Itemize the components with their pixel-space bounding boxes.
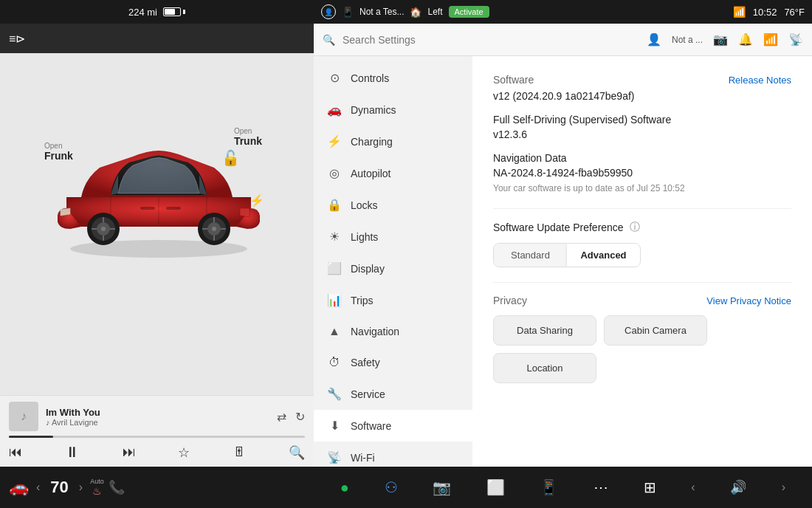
search-music-icon[interactable]: 🔍 <box>289 444 305 461</box>
sidebar-item-controls[interactable]: ⊙ Controls <box>314 62 472 94</box>
home-icon-top: 🏠 <box>410 7 422 18</box>
auto-label: Auto <box>90 478 104 485</box>
bell-icon[interactable]: 🔔 <box>738 32 753 47</box>
favorite-button[interactable]: ☆ <box>178 444 190 461</box>
taskbar-left: 🚗 ‹ 70 › Auto ♨ 📞 <box>9 478 323 497</box>
location-button[interactable]: Location <box>493 353 596 383</box>
camera-taskbar-icon[interactable]: 📷 <box>433 478 451 496</box>
search-input[interactable] <box>343 34 639 46</box>
sidebar-item-trips[interactable]: 📊 Trips <box>314 284 472 316</box>
phone-green-icon[interactable]: 📱 <box>540 478 558 496</box>
music-bottom-controls: ⏮ ⏸ ⏭ ☆ 🎚 🔍 <box>9 444 305 461</box>
dots-icon[interactable]: ⋯ <box>593 478 608 496</box>
taskbar-car-icon[interactable]: 🚗 <box>9 478 29 497</box>
taskbar-nav-left[interactable]: ‹ <box>691 481 695 494</box>
spotify-icon[interactable]: ● <box>340 479 349 496</box>
taskbar-chevron-left[interactable]: ‹ <box>29 481 47 494</box>
trips-icon: 📊 <box>327 293 342 307</box>
volume-icon[interactable]: 🔊 <box>730 479 746 495</box>
sidebar-item-navigation[interactable]: ▲ Navigation <box>314 316 472 347</box>
camera-icon[interactable]: 📷 <box>713 32 728 47</box>
profile-name-settings: Not a ... <box>672 35 703 45</box>
wifi-icon-settings[interactable]: 📡 <box>788 32 803 47</box>
grid-icon[interactable]: ⊞ <box>644 478 656 496</box>
software-label: Software <box>351 420 391 432</box>
service-icon: 🔧 <box>327 387 342 401</box>
repeat-icon[interactable]: ↻ <box>295 410 305 424</box>
navigation-icon: ▲ <box>327 325 342 338</box>
advanced-toggle[interactable]: Advanced <box>567 244 640 267</box>
wifi-nav-icon: 📡 <box>327 450 342 464</box>
time-temp-display: 📶 10:52 76°F <box>733 6 805 18</box>
up-to-date-text: Your car software is up to date as of Ju… <box>493 183 791 193</box>
privacy-title: Privacy <box>493 295 527 306</box>
bluetooth-icon[interactable]: 📶 <box>763 32 778 47</box>
sidebar-item-locks[interactable]: 🔒 Locks <box>314 189 472 221</box>
music-controls-right: ⇄ ↻ <box>277 410 305 424</box>
controls-icon: ⊙ <box>327 71 342 85</box>
mileage-display: 224 mi <box>128 7 157 18</box>
equalizer-icon[interactable]: 🎚 <box>233 444 246 460</box>
top-status-bar: 224 mi 👤 📱 Not a Tes... 🏠 Left Activate … <box>0 0 812 24</box>
app-icon-green[interactable]: ⬜ <box>486 478 505 496</box>
nav-data-title: Navigation Data <box>493 152 791 164</box>
release-notes-link[interactable]: Release Notes <box>729 75 791 86</box>
dynamics-icon: 🚗 <box>327 103 342 117</box>
music-info: Im With You ♪ Avril Lavigne <box>46 407 269 427</box>
previous-button[interactable]: ⏮ <box>9 444 22 460</box>
progress-bar[interactable] <box>9 436 305 438</box>
autopilot-icon: ◎ <box>327 166 342 180</box>
info-icon[interactable]: ⓘ <box>630 221 640 234</box>
navigation-label: Navigation <box>351 326 399 337</box>
sidebar-item-service[interactable]: 🔧 Service <box>314 378 472 410</box>
car-panel-top-bar: ≡⊳ <box>0 24 314 53</box>
battery-icon <box>163 7 185 16</box>
profile-icon-settings[interactable]: 👤 <box>647 32 661 47</box>
sidebar-item-dynamics[interactable]: 🚗 Dynamics <box>314 94 472 126</box>
next-button[interactable]: ⏭ <box>123 444 136 460</box>
cabin-camera-button[interactable]: Cabin Camera <box>604 315 707 346</box>
shuffle-icon[interactable]: ⇄ <box>277 410 286 424</box>
sidebar-item-lights[interactable]: ☀ Lights <box>314 221 472 253</box>
update-toggle-group[interactable]: Standard Advanced <box>493 243 641 267</box>
software-settings-main: Software Release Notes v12 (2024.20.9 1a… <box>472 56 812 467</box>
pause-button[interactable]: ⏸ <box>65 444 80 461</box>
taskbar-nav-right[interactable]: › <box>782 481 785 494</box>
svg-point-9 <box>101 227 106 231</box>
privacy-buttons-group: Data Sharing Cabin Camera Location <box>493 315 791 383</box>
car-image: ⚡ <box>44 112 273 260</box>
time-display: 10:52 <box>753 7 777 18</box>
taskbar-chevron-right[interactable]: › <box>72 481 90 494</box>
standard-toggle[interactable]: Standard <box>494 244 567 267</box>
sidebar-item-autopilot[interactable]: ◎ Autopilot <box>314 157 472 189</box>
fsd-version: v12.3.6 <box>493 128 791 140</box>
sidebar-item-wifi[interactable]: 📡 Wi-Fi <box>314 442 472 467</box>
svg-point-17 <box>212 227 216 231</box>
data-sharing-button[interactable]: Data Sharing <box>493 315 596 346</box>
sidebar-item-display[interactable]: ⬜ Display <box>314 253 472 284</box>
artist-name: ♪ Avril Lavigne <box>46 418 269 427</box>
fsd-title: Full Self-Driving (Supervised) Software <box>493 114 791 126</box>
sidebar-item-charging[interactable]: ⚡ Charging <box>314 126 472 157</box>
view-privacy-link[interactable]: View Privacy Notice <box>706 295 791 306</box>
search-icon: 🔍 <box>323 34 335 46</box>
svg-rect-4 <box>140 207 155 210</box>
phone-taskbar-icon[interactable]: 📞 <box>109 479 125 495</box>
dynamics-label: Dynamics <box>351 104 396 116</box>
settings-top-icons: 👤 Not a ... 📷 🔔 📶 📡 <box>647 32 803 47</box>
bluetooth-taskbar-icon[interactable]: ⚇ <box>385 478 398 496</box>
activate-button[interactable]: Activate <box>449 6 489 18</box>
progress-fill <box>9 436 53 438</box>
hamburger-icon[interactable]: ≡⊳ <box>9 32 25 46</box>
profile-icon-top: 👤 <box>321 4 336 19</box>
home-left-label: Left <box>427 7 442 17</box>
svg-text:⚡: ⚡ <box>250 193 264 207</box>
wifi-label: Wi-Fi <box>351 452 375 464</box>
sidebar-item-safety[interactable]: ⏱ Safety <box>314 347 472 378</box>
car-view-area: Open Frunk Open Trunk 🔓 <box>0 53 314 395</box>
album-art: ♪ <box>9 402 38 431</box>
display-label: Display <box>351 263 385 275</box>
update-preference-row: Software Update Preference ⓘ <box>493 221 791 234</box>
software-section-header: Software Release Notes <box>493 74 791 86</box>
sidebar-item-software[interactable]: ⬇ Software <box>314 410 472 442</box>
